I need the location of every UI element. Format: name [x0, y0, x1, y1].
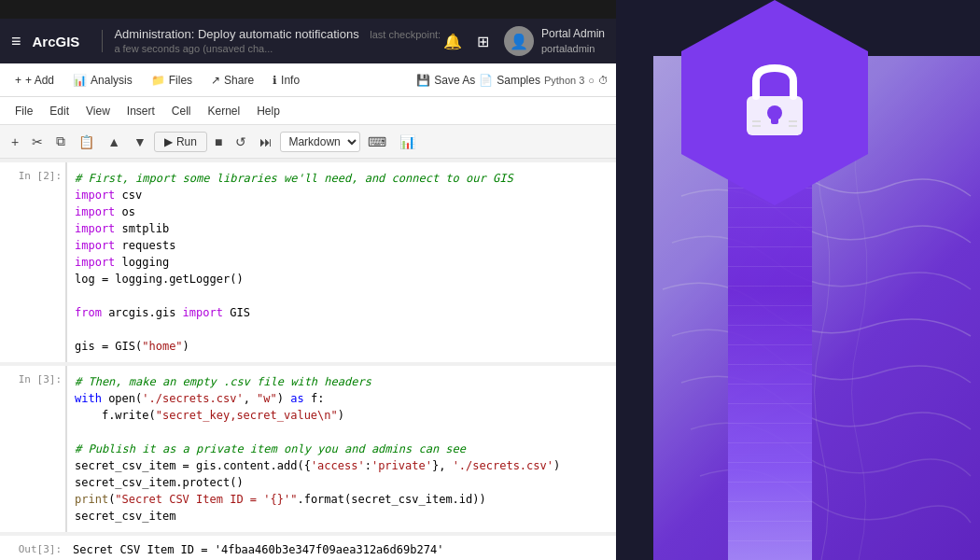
- files-icon: 📁: [151, 74, 165, 87]
- python-indicator: Python 3 ○ ⏱: [544, 75, 609, 86]
- save-icon: 💾: [416, 74, 430, 87]
- clock-icon: ⏱: [598, 75, 609, 86]
- jupyter-actionbar: + ✂ ⧉ 📋 ▲ ▼ ▶ Run ■ ↺ ⏭ Markdown Code Ra…: [0, 125, 616, 159]
- code-cell-3: In [3]: # Then, make an empty .csv file …: [0, 366, 616, 532]
- contour-lines-svg: [653, 56, 980, 560]
- output-text-line: Secret CSV Item ID = '4fbaa460b3e347f09a…: [73, 543, 609, 556]
- stop-button[interactable]: ■: [209, 131, 228, 153]
- restart-button[interactable]: ↺: [230, 131, 252, 153]
- hamburger-icon[interactable]: ≡: [11, 32, 21, 51]
- output-cell-3: Out[3]: Secret CSV Item ID = '4fbaa460b3…: [0, 536, 616, 560]
- output-content-3: Secret CSV Item ID = '4fbaa460b3e347f09a…: [65, 536, 616, 560]
- cell-label-3: In [3]:: [0, 366, 65, 532]
- samples-button[interactable]: 📄 Samples: [479, 74, 540, 87]
- security-hex-badge: [681, 0, 868, 205]
- share-button[interactable]: ↗ Share: [203, 70, 261, 91]
- jupyter-menubar: File Edit View Insert Cell Kernel Help: [0, 97, 616, 125]
- cut-button[interactable]: ✂: [26, 131, 49, 153]
- add-button[interactable]: + + Add: [7, 70, 62, 91]
- svg-rect-9: [771, 113, 778, 124]
- chart-button[interactable]: 📊: [394, 131, 421, 153]
- view-menu[interactable]: View: [78, 102, 118, 120]
- analysis-icon: 📊: [73, 74, 87, 87]
- add-cell-button[interactable]: +: [6, 131, 24, 153]
- security-overlay: [560, 0, 980, 560]
- move-up-button[interactable]: ▲: [102, 131, 126, 153]
- map-overlay-bg: [653, 56, 980, 560]
- pillar-texture: [728, 112, 812, 560]
- share-icon: ↗: [211, 74, 220, 87]
- user-info: Portal Admin portaladmin: [541, 27, 605, 55]
- run-button[interactable]: ▶ Run: [154, 132, 207, 152]
- file-menu[interactable]: File: [7, 102, 40, 120]
- notebook-content: In [2]: # First, import some libraries w…: [0, 159, 616, 560]
- skip-button[interactable]: ⏭: [254, 131, 278, 153]
- run-icon: ▶: [164, 135, 173, 148]
- arcgis-secondary-bar: + + Add 📊 Analysis 📁 Files ↗ Share ℹ Inf…: [0, 63, 616, 97]
- cell-content-3[interactable]: # Then, make an empty .csv file with hea…: [65, 366, 616, 532]
- edit-menu[interactable]: Edit: [42, 102, 77, 120]
- grid-icon[interactable]: ⊞: [477, 33, 489, 50]
- cell-type-select[interactable]: Markdown Code Raw: [280, 132, 360, 152]
- svg-rect-7: [747, 96, 803, 135]
- cell-content-2[interactable]: # First, import some libraries we'll nee…: [65, 162, 616, 362]
- info-button[interactable]: ℹ Info: [265, 70, 307, 91]
- keyboard-button[interactable]: ⌨: [362, 131, 392, 153]
- cell-label-2: In [2]:: [0, 162, 65, 362]
- analysis-button[interactable]: 📊 Analysis: [65, 70, 140, 91]
- purple-pillar: [728, 112, 812, 560]
- arcgis-topbar: ≡ ArcGIS Administration: Deploy automati…: [0, 19, 616, 63]
- divider: [102, 30, 103, 52]
- save-as-button[interactable]: 💾 Save As: [416, 74, 475, 87]
- topbar-right: 🔔 ⊞ 👤 Portal Admin portaladmin: [443, 26, 605, 56]
- paste-button[interactable]: 📋: [73, 131, 100, 153]
- svg-point-8: [767, 105, 782, 120]
- files-button[interactable]: 📁 Files: [144, 70, 200, 91]
- output-label-3: Out[3]:: [0, 536, 65, 560]
- lock-icon: [737, 61, 812, 145]
- notebook-title: Administration: Deploy automatic notific…: [114, 27, 443, 55]
- samples-icon: 📄: [479, 74, 493, 87]
- plus-icon: +: [15, 74, 21, 87]
- info-icon: ℹ: [273, 74, 277, 87]
- move-down-button[interactable]: ▼: [128, 131, 152, 153]
- cell-menu[interactable]: Cell: [164, 102, 199, 120]
- avatar[interactable]: 👤: [504, 26, 534, 56]
- circle-icon: ○: [588, 75, 595, 86]
- kernel-menu[interactable]: Kernel: [201, 102, 248, 120]
- code-cell-2: In [2]: # First, import some libraries w…: [0, 162, 616, 362]
- black-top-bar: [0, 0, 616, 19]
- help-menu[interactable]: Help: [249, 102, 287, 120]
- insert-menu[interactable]: Insert: [119, 102, 162, 120]
- bell-icon[interactable]: 🔔: [443, 33, 462, 50]
- arcgis-logo: ArcGIS: [33, 34, 80, 49]
- copy-button[interactable]: ⧉: [50, 130, 71, 153]
